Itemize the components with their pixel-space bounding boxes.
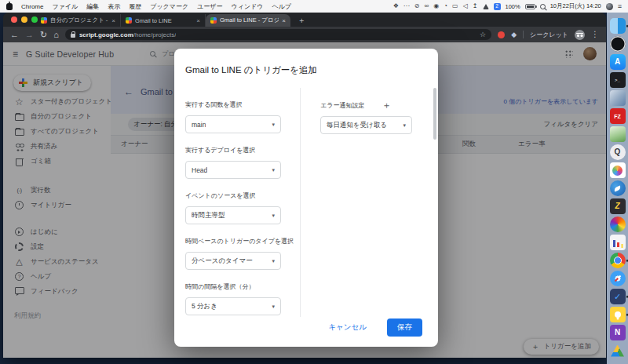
field-label: 実行する関数を選択: [185, 100, 300, 109]
preview-icon[interactable]: [610, 90, 626, 106]
zoom-window-button[interactable]: [31, 16, 38, 23]
clock-app-icon[interactable]: [610, 36, 626, 52]
error-notify-select[interactable]: 毎日通知を受け取る ▾: [320, 116, 412, 134]
reload-button[interactable]: ↻: [40, 31, 47, 39]
bookmark-star-icon[interactable]: ☆: [480, 31, 486, 38]
dropdown-caret-icon: ▾: [272, 167, 275, 173]
deployment-select[interactable]: Head▾: [185, 161, 281, 179]
menubar-item[interactable]: 表示: [108, 2, 120, 11]
field-label: 実行するデプロイを選択: [185, 146, 300, 155]
onepassword-icon[interactable]: ◉: [433, 3, 439, 9]
menubar-clock[interactable]: 10月22日(火) 14:20: [550, 2, 601, 10]
close-window-button[interactable]: [11, 16, 17, 23]
forward-button[interactable]: →: [25, 31, 34, 39]
parallels-icon[interactable]: 2: [494, 3, 501, 10]
toolbar-separator: [523, 31, 524, 38]
color-wheel-icon[interactable]: [610, 217, 626, 232]
menubar-item[interactable]: 履歴: [129, 2, 141, 11]
thunderbird-icon[interactable]: [610, 180, 626, 196]
dropdown-caret-icon: ▾: [272, 122, 275, 128]
browser-tab[interactable]: Gmail to LINE - プロジェクトのト×: [206, 14, 290, 27]
menubar-item[interactable]: 編集: [86, 2, 99, 11]
keyboard-icon[interactable]: ↥: [473, 3, 478, 9]
ssl-lock-icon: [71, 34, 75, 38]
check-app-icon[interactable]: ✓: [610, 289, 626, 304]
display-icon[interactable]: ▭: [452, 3, 458, 9]
chart-app-icon[interactable]: [610, 235, 626, 250]
tab-close-icon[interactable]: ×: [111, 17, 115, 24]
extension-icon-shield[interactable]: ◆: [511, 31, 517, 38]
time-machine-icon[interactable]: ◔: [444, 3, 447, 9]
add-notification-icon[interactable]: ＋: [382, 100, 391, 110]
menubar-item[interactable]: ウィンドウ: [232, 2, 264, 11]
menubar-item[interactable]: ブックマーク: [150, 2, 188, 11]
menubar-item[interactable]: ファイル: [52, 2, 78, 11]
dropdown-caret-icon: ▾: [272, 213, 275, 219]
macos-dock: A>_FZQZ✓N: [607, 13, 628, 364]
trigger-type-select[interactable]: 分ベースのタイマー▾: [185, 252, 281, 270]
flash-app-icon[interactable]: Z: [610, 198, 626, 214]
dialog-title: Gmail to LINE のトリガーを追加: [185, 64, 317, 76]
glasses-icon[interactable]: ∞: [425, 3, 429, 9]
safari-icon[interactable]: [610, 271, 626, 286]
dialog-scrollbar[interactable]: [433, 88, 436, 140]
onenote-icon[interactable]: N: [610, 325, 626, 340]
finder-icon[interactable]: [610, 18, 626, 34]
dropbox-icon[interactable]: ❖: [393, 3, 399, 9]
menubar-item[interactable]: ヘルプ: [272, 2, 291, 11]
do-not-disturb-icon[interactable]: ⊘: [414, 3, 420, 9]
app-store-icon[interactable]: A: [610, 54, 626, 70]
photos-icon[interactable]: [610, 162, 626, 178]
browser-menu-icon[interactable]: ⋮: [591, 31, 599, 38]
extension-icon-red[interactable]: [498, 31, 505, 38]
browser-tab[interactable]: Gmail to LINE×: [121, 14, 206, 27]
keep-icon[interactable]: [610, 307, 626, 322]
back-button[interactable]: ←: [10, 31, 19, 39]
more-icon[interactable]: ⋯: [403, 3, 410, 9]
browser-toolbar: ← → ↻ ⌂ script.google.com/home/projects/…: [3, 27, 606, 42]
dropdown-caret-icon: ▾: [272, 258, 275, 264]
cancel-button[interactable]: キャンセル: [328, 322, 367, 333]
chrome-icon[interactable]: [610, 253, 626, 268]
menubar-item[interactable]: ユーザー: [197, 2, 222, 11]
window-controls: [11, 16, 38, 23]
url-domain: script.google.com: [79, 31, 133, 38]
spotlight-icon[interactable]: [540, 4, 546, 9]
interval-select[interactable]: 5 分おき▾: [185, 297, 281, 315]
battery-icon: [525, 4, 535, 9]
quicktime-icon[interactable]: Q: [610, 144, 626, 160]
field-label: イベントのソースを選択: [185, 191, 300, 200]
menubar-status-area: ❖⋯⊘∞◉◔▭◁↥2 100% 10月22日(火) 14:20 ≡: [393, 2, 622, 10]
field-label: 時間の間隔を選択（分）: [185, 282, 300, 291]
siri-icon[interactable]: [606, 3, 613, 10]
minimize-window-button[interactable]: [21, 16, 27, 23]
incognito-label: シークレット: [530, 31, 568, 39]
terminal-icon[interactable]: >_: [610, 72, 626, 88]
dialog-divider: [300, 88, 301, 317]
wifi-icon[interactable]: [483, 4, 489, 9]
drive-icon[interactable]: [610, 343, 626, 359]
event-source-select[interactable]: 時間主導型▾: [185, 206, 281, 224]
apple-menu-icon[interactable]: [6, 3, 13, 10]
error-settings-label: エラー通知設定: [320, 101, 364, 110]
menubar-item[interactable]: Chrome: [21, 3, 43, 10]
dropdown-caret-icon: ▾: [272, 304, 275, 310]
incognito-avatar-icon[interactable]: [575, 30, 585, 40]
tab-close-icon[interactable]: ×: [282, 17, 286, 24]
macos-menubar: Chromeファイル編集表示履歴ブックマークユーザーウィンドウヘルプ ❖⋯⊘∞◉…: [0, 0, 628, 13]
apps-script-favicon: [126, 17, 132, 24]
save-button[interactable]: 保存: [387, 318, 422, 337]
notification-center-icon[interactable]: ≡: [618, 2, 622, 10]
home-button[interactable]: ⌂: [53, 31, 59, 39]
green-app-icon[interactable]: [610, 126, 626, 142]
tab-close-icon[interactable]: ×: [196, 17, 200, 24]
filezilla-icon[interactable]: FZ: [610, 108, 626, 124]
address-bar[interactable]: script.google.com/home/projects/ ☆: [65, 29, 491, 40]
tabs: 自分のプロジェクト - Apps Script×Gmail to LINE×Gm…: [36, 14, 290, 27]
browser-tab[interactable]: 自分のプロジェクト - Apps Script×: [36, 14, 121, 27]
url-path: /home/projects/: [133, 31, 177, 38]
function-select[interactable]: main▾: [185, 115, 281, 133]
volume-icon[interactable]: ◁: [463, 3, 468, 9]
new-tab-button[interactable]: ＋: [298, 16, 305, 24]
add-trigger-dialog: Gmail to LINE のトリガーを追加 実行する関数を選択main▾実行す…: [174, 49, 438, 347]
